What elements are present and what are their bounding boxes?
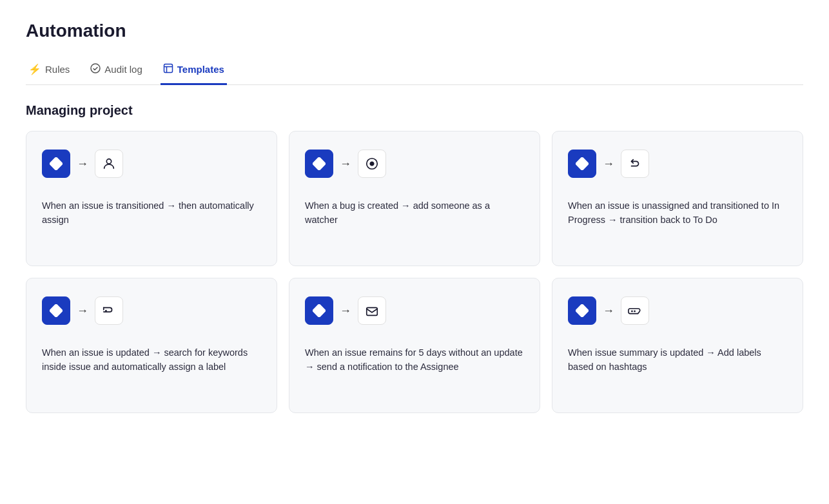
card-unassigned-transition[interactable]: → When an issue is unassigned and transi… — [552, 131, 803, 266]
trigger-icon-3 — [568, 150, 596, 178]
tab-audit-log-label: Audit log — [104, 64, 142, 75]
check-circle-icon — [90, 63, 101, 75]
section-title: Managing project — [26, 103, 803, 118]
tab-templates-label: Templates — [177, 64, 224, 75]
action-icon-3 — [621, 150, 649, 178]
tab-rules[interactable]: ⚡ Rules — [26, 57, 72, 84]
lightning-icon: ⚡ — [28, 64, 41, 75]
action-icon-4 — [95, 296, 123, 325]
svg-point-16 — [631, 311, 633, 313]
card-5-icons: → — [305, 296, 524, 325]
trigger-icon-1 — [42, 150, 70, 178]
svg-rect-6 — [313, 157, 326, 170]
svg-rect-4 — [50, 157, 63, 170]
card-6-icons: → — [568, 296, 787, 325]
card-3-text: When an issue is unassigned and transiti… — [568, 199, 787, 247]
card-hashtag-labels[interactable]: → When issue summary is updated → Add la… — [552, 278, 803, 413]
arrow-icon-6: → — [603, 304, 614, 318]
card-keyword-label[interactable]: → When an issue is updated → search for … — [26, 278, 277, 413]
action-icon-2 — [358, 150, 386, 178]
template-icon — [163, 63, 173, 75]
card-2-icons: → — [305, 150, 524, 178]
card-4-icons: → — [42, 296, 261, 325]
card-notification[interactable]: → When an issue remains for 5 days witho… — [289, 278, 540, 413]
trigger-icon-5 — [305, 296, 333, 325]
tab-audit-log[interactable]: Audit log — [88, 57, 144, 85]
card-1-text: When an issue is transitioned → then aut… — [42, 199, 261, 247]
card-bug-watcher[interactable]: → When a bug is created → add someone as… — [289, 131, 540, 266]
card-4-text: When an issue is updated → search for ke… — [42, 345, 261, 394]
arrow-icon-5: → — [340, 304, 351, 318]
svg-point-0 — [91, 64, 100, 73]
arrow-icon-1: → — [77, 157, 88, 171]
tab-rules-label: Rules — [45, 64, 70, 75]
action-icon-5 — [358, 296, 386, 325]
card-5-text: When an issue remains for 5 days without… — [305, 345, 524, 394]
svg-rect-14 — [367, 307, 378, 315]
svg-rect-13 — [313, 304, 326, 317]
action-icon-6 — [621, 296, 649, 325]
action-icon-1 — [95, 150, 123, 178]
trigger-icon-6 — [568, 296, 596, 325]
page-title: Automation — [26, 21, 803, 41]
card-1-icons: → — [42, 150, 261, 178]
svg-point-5 — [106, 159, 111, 164]
svg-point-12 — [105, 310, 107, 312]
trigger-icon-2 — [305, 150, 333, 178]
svg-point-17 — [634, 311, 636, 313]
tab-templates[interactable]: Templates — [161, 57, 227, 85]
arrow-icon-2: → — [340, 157, 351, 171]
svg-rect-11 — [50, 304, 63, 317]
svg-rect-1 — [164, 64, 172, 73]
cards-grid: → When an issue is transitioned → then a… — [26, 131, 803, 413]
svg-rect-10 — [576, 157, 589, 170]
card-3-icons: → — [568, 150, 787, 178]
card-transition-assign[interactable]: → When an issue is transitioned → then a… — [26, 131, 277, 266]
svg-rect-15 — [576, 304, 589, 317]
arrow-icon-3: → — [603, 157, 614, 171]
card-6-text: When issue summary is updated → Add labe… — [568, 345, 787, 394]
tabs-bar: ⚡ Rules Audit log Templates — [26, 57, 803, 85]
arrow-icon-4: → — [77, 304, 88, 318]
trigger-icon-4 — [42, 296, 70, 325]
card-2-text: When a bug is created → add someone as a… — [305, 199, 524, 247]
page-container: Automation ⚡ Rules Audit log — [0, 0, 829, 439]
